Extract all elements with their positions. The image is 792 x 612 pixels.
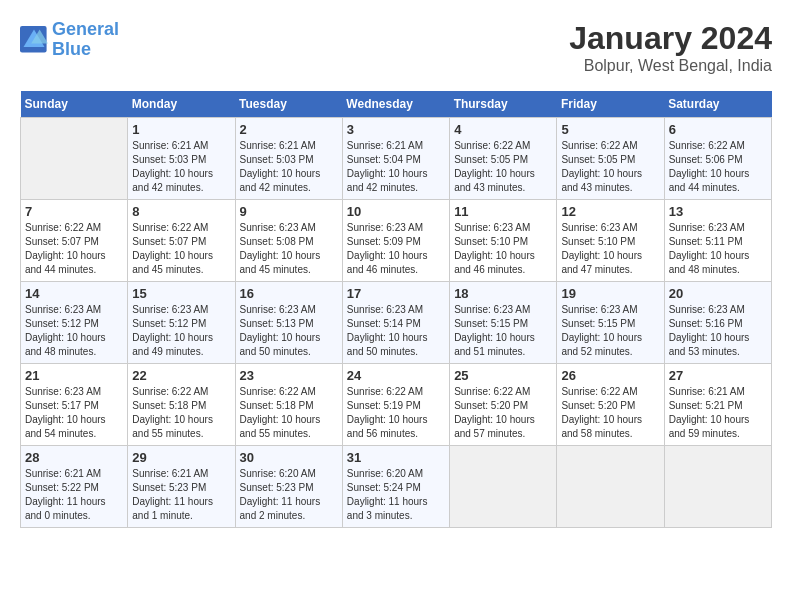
day-number: 3 xyxy=(347,122,445,137)
day-info: Sunrise: 6:21 AM Sunset: 5:21 PM Dayligh… xyxy=(669,385,767,441)
day-info: Sunrise: 6:23 AM Sunset: 5:17 PM Dayligh… xyxy=(25,385,123,441)
day-info: Sunrise: 6:23 AM Sunset: 5:13 PM Dayligh… xyxy=(240,303,338,359)
calendar-cell: 19Sunrise: 6:23 AM Sunset: 5:15 PM Dayli… xyxy=(557,282,664,364)
day-info: Sunrise: 6:21 AM Sunset: 5:22 PM Dayligh… xyxy=(25,467,123,523)
day-number: 27 xyxy=(669,368,767,383)
calendar-cell: 12Sunrise: 6:23 AM Sunset: 5:10 PM Dayli… xyxy=(557,200,664,282)
day-info: Sunrise: 6:22 AM Sunset: 5:05 PM Dayligh… xyxy=(454,139,552,195)
day-number: 8 xyxy=(132,204,230,219)
calendar-cell xyxy=(664,446,771,528)
calendar-week-row: 1Sunrise: 6:21 AM Sunset: 5:03 PM Daylig… xyxy=(21,118,772,200)
day-info: Sunrise: 6:22 AM Sunset: 5:07 PM Dayligh… xyxy=(132,221,230,277)
day-info: Sunrise: 6:21 AM Sunset: 5:23 PM Dayligh… xyxy=(132,467,230,523)
day-number: 2 xyxy=(240,122,338,137)
day-info: Sunrise: 6:23 AM Sunset: 5:12 PM Dayligh… xyxy=(132,303,230,359)
calendar-cell: 2Sunrise: 6:21 AM Sunset: 5:03 PM Daylig… xyxy=(235,118,342,200)
day-number: 1 xyxy=(132,122,230,137)
day-info: Sunrise: 6:20 AM Sunset: 5:23 PM Dayligh… xyxy=(240,467,338,523)
day-number: 19 xyxy=(561,286,659,301)
day-info: Sunrise: 6:23 AM Sunset: 5:15 PM Dayligh… xyxy=(561,303,659,359)
day-number: 29 xyxy=(132,450,230,465)
calendar-cell: 21Sunrise: 6:23 AM Sunset: 5:17 PM Dayli… xyxy=(21,364,128,446)
day-number: 7 xyxy=(25,204,123,219)
day-number: 24 xyxy=(347,368,445,383)
day-number: 30 xyxy=(240,450,338,465)
calendar-cell: 30Sunrise: 6:20 AM Sunset: 5:23 PM Dayli… xyxy=(235,446,342,528)
title-block: January 2024 Bolpur, West Bengal, India xyxy=(569,20,772,75)
day-number: 28 xyxy=(25,450,123,465)
day-info: Sunrise: 6:22 AM Sunset: 5:18 PM Dayligh… xyxy=(132,385,230,441)
day-number: 31 xyxy=(347,450,445,465)
day-number: 22 xyxy=(132,368,230,383)
weekday-header: Wednesday xyxy=(342,91,449,118)
calendar-cell: 20Sunrise: 6:23 AM Sunset: 5:16 PM Dayli… xyxy=(664,282,771,364)
calendar-week-row: 28Sunrise: 6:21 AM Sunset: 5:22 PM Dayli… xyxy=(21,446,772,528)
calendar-cell: 22Sunrise: 6:22 AM Sunset: 5:18 PM Dayli… xyxy=(128,364,235,446)
day-number: 10 xyxy=(347,204,445,219)
day-info: Sunrise: 6:22 AM Sunset: 5:19 PM Dayligh… xyxy=(347,385,445,441)
calendar-cell xyxy=(557,446,664,528)
calendar-week-row: 7Sunrise: 6:22 AM Sunset: 5:07 PM Daylig… xyxy=(21,200,772,282)
weekday-header: Thursday xyxy=(450,91,557,118)
calendar-cell: 28Sunrise: 6:21 AM Sunset: 5:22 PM Dayli… xyxy=(21,446,128,528)
day-info: Sunrise: 6:22 AM Sunset: 5:05 PM Dayligh… xyxy=(561,139,659,195)
calendar-cell: 7Sunrise: 6:22 AM Sunset: 5:07 PM Daylig… xyxy=(21,200,128,282)
weekday-row: SundayMondayTuesdayWednesdayThursdayFrid… xyxy=(21,91,772,118)
logo-icon xyxy=(20,26,48,54)
calendar-week-row: 14Sunrise: 6:23 AM Sunset: 5:12 PM Dayli… xyxy=(21,282,772,364)
day-number: 12 xyxy=(561,204,659,219)
weekday-header: Sunday xyxy=(21,91,128,118)
day-info: Sunrise: 6:22 AM Sunset: 5:20 PM Dayligh… xyxy=(454,385,552,441)
day-number: 17 xyxy=(347,286,445,301)
calendar-cell: 17Sunrise: 6:23 AM Sunset: 5:14 PM Dayli… xyxy=(342,282,449,364)
weekday-header: Saturday xyxy=(664,91,771,118)
day-number: 15 xyxy=(132,286,230,301)
calendar-table: SundayMondayTuesdayWednesdayThursdayFrid… xyxy=(20,91,772,528)
day-info: Sunrise: 6:22 AM Sunset: 5:07 PM Dayligh… xyxy=(25,221,123,277)
calendar-cell: 13Sunrise: 6:23 AM Sunset: 5:11 PM Dayli… xyxy=(664,200,771,282)
calendar-cell: 16Sunrise: 6:23 AM Sunset: 5:13 PM Dayli… xyxy=(235,282,342,364)
day-number: 18 xyxy=(454,286,552,301)
calendar-cell: 27Sunrise: 6:21 AM Sunset: 5:21 PM Dayli… xyxy=(664,364,771,446)
logo: General Blue xyxy=(20,20,119,60)
day-info: Sunrise: 6:23 AM Sunset: 5:10 PM Dayligh… xyxy=(454,221,552,277)
day-info: Sunrise: 6:23 AM Sunset: 5:10 PM Dayligh… xyxy=(561,221,659,277)
day-info: Sunrise: 6:21 AM Sunset: 5:03 PM Dayligh… xyxy=(240,139,338,195)
calendar-cell: 9Sunrise: 6:23 AM Sunset: 5:08 PM Daylig… xyxy=(235,200,342,282)
day-info: Sunrise: 6:22 AM Sunset: 5:18 PM Dayligh… xyxy=(240,385,338,441)
calendar-cell: 10Sunrise: 6:23 AM Sunset: 5:09 PM Dayli… xyxy=(342,200,449,282)
weekday-header: Monday xyxy=(128,91,235,118)
day-number: 5 xyxy=(561,122,659,137)
day-number: 4 xyxy=(454,122,552,137)
day-info: Sunrise: 6:23 AM Sunset: 5:15 PM Dayligh… xyxy=(454,303,552,359)
calendar-cell xyxy=(450,446,557,528)
calendar-body: 1Sunrise: 6:21 AM Sunset: 5:03 PM Daylig… xyxy=(21,118,772,528)
weekday-header: Friday xyxy=(557,91,664,118)
day-info: Sunrise: 6:22 AM Sunset: 5:06 PM Dayligh… xyxy=(669,139,767,195)
page-header: General Blue January 2024 Bolpur, West B… xyxy=(20,20,772,75)
day-number: 20 xyxy=(669,286,767,301)
day-number: 23 xyxy=(240,368,338,383)
day-number: 6 xyxy=(669,122,767,137)
day-info: Sunrise: 6:21 AM Sunset: 5:03 PM Dayligh… xyxy=(132,139,230,195)
weekday-header: Tuesday xyxy=(235,91,342,118)
day-info: Sunrise: 6:23 AM Sunset: 5:08 PM Dayligh… xyxy=(240,221,338,277)
calendar-cell: 24Sunrise: 6:22 AM Sunset: 5:19 PM Dayli… xyxy=(342,364,449,446)
day-number: 25 xyxy=(454,368,552,383)
calendar-cell xyxy=(21,118,128,200)
day-number: 26 xyxy=(561,368,659,383)
calendar-week-row: 21Sunrise: 6:23 AM Sunset: 5:17 PM Dayli… xyxy=(21,364,772,446)
day-number: 16 xyxy=(240,286,338,301)
day-info: Sunrise: 6:23 AM Sunset: 5:16 PM Dayligh… xyxy=(669,303,767,359)
day-info: Sunrise: 6:20 AM Sunset: 5:24 PM Dayligh… xyxy=(347,467,445,523)
calendar-cell: 1Sunrise: 6:21 AM Sunset: 5:03 PM Daylig… xyxy=(128,118,235,200)
day-info: Sunrise: 6:21 AM Sunset: 5:04 PM Dayligh… xyxy=(347,139,445,195)
calendar-cell: 3Sunrise: 6:21 AM Sunset: 5:04 PM Daylig… xyxy=(342,118,449,200)
day-info: Sunrise: 6:23 AM Sunset: 5:14 PM Dayligh… xyxy=(347,303,445,359)
day-number: 9 xyxy=(240,204,338,219)
logo-line2: Blue xyxy=(52,39,91,59)
day-number: 14 xyxy=(25,286,123,301)
location-subtitle: Bolpur, West Bengal, India xyxy=(569,57,772,75)
calendar-cell: 29Sunrise: 6:21 AM Sunset: 5:23 PM Dayli… xyxy=(128,446,235,528)
day-info: Sunrise: 6:23 AM Sunset: 5:09 PM Dayligh… xyxy=(347,221,445,277)
